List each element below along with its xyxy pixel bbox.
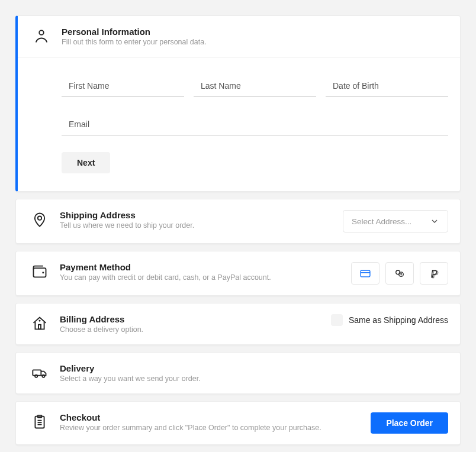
form-row <box>62 75 448 97</box>
panel-header: Checkout Review your order summary and c… <box>16 402 460 444</box>
chevron-down-icon <box>430 217 439 226</box>
email-field <box>62 114 448 135</box>
select-placeholder: Select Address... <box>352 217 411 226</box>
panel-subtitle: Select a way you want we send your order… <box>60 374 448 383</box>
panel-aside: Same as Shipping Address <box>331 314 448 326</box>
panel-header: Payment Method You can pay with credit o… <box>16 251 460 295</box>
dob-field <box>326 75 448 97</box>
user-icon <box>30 27 53 44</box>
panel-title: Delivery <box>60 363 448 373</box>
panel-subtitle: Choose a delivery option. <box>60 325 331 334</box>
payment-option-card[interactable] <box>351 262 379 285</box>
panel-header: Personal Information Fill out this form … <box>18 16 460 57</box>
panel-title-block: Delivery Select a way you want we send y… <box>60 363 448 383</box>
wallet-icon <box>28 262 52 280</box>
svg-rect-4 <box>361 270 370 277</box>
svg-point-0 <box>39 30 43 34</box>
svg-point-3 <box>42 272 44 273</box>
same-as-shipping-checkbox[interactable]: Same as Shipping Address <box>331 314 448 326</box>
form-actions: Next <box>62 152 448 173</box>
panel-subtitle: You can pay with credit or debit card, c… <box>60 273 351 282</box>
paypal-icon <box>428 267 440 279</box>
payment-options <box>351 262 448 285</box>
truck-icon <box>28 363 52 381</box>
payment-option-cash[interactable] <box>385 262 414 285</box>
panel-personal-info: Personal Information Fill out this form … <box>15 15 461 192</box>
last-name-field <box>194 75 316 97</box>
first-name-field <box>62 75 184 97</box>
checkbox-label: Same as Shipping Address <box>349 315 448 325</box>
panel-delivery[interactable]: Delivery Select a way you want we send y… <box>15 352 461 394</box>
panel-title-block: Billing Address Choose a delivery option… <box>60 314 331 334</box>
panel-title: Payment Method <box>60 262 351 272</box>
panel-aside: Place Order <box>371 412 448 434</box>
email-input[interactable] <box>62 114 448 135</box>
last-name-input[interactable] <box>194 75 316 97</box>
next-button[interactable]: Next <box>62 152 110 173</box>
dob-input[interactable] <box>326 75 448 97</box>
address-select[interactable]: Select Address... <box>343 210 448 233</box>
checkbox-box <box>331 314 343 326</box>
first-name-input[interactable] <box>62 75 184 97</box>
panel-title-block: Payment Method You can pay with credit o… <box>60 262 351 282</box>
svg-point-13 <box>42 375 44 377</box>
panel-title-block: Checkout Review your order summary and c… <box>60 412 371 432</box>
panel-title-block: Personal Information Fill out this form … <box>62 27 448 46</box>
panel-title: Checkout <box>60 412 371 422</box>
form-row <box>62 114 448 135</box>
location-pin-icon <box>28 210 52 228</box>
panel-checkout[interactable]: Checkout Review your order summary and c… <box>15 401 461 445</box>
panel-title: Billing Address <box>60 314 331 324</box>
panel-payment[interactable]: Payment Method You can pay with credit o… <box>15 251 461 296</box>
svg-rect-8 <box>38 325 41 330</box>
svg-point-1 <box>38 217 41 220</box>
panel-title: Shipping Address <box>60 210 343 220</box>
panel-header: Delivery Select a way you want we send y… <box>16 353 460 393</box>
panel-header: Billing Address Choose a delivery option… <box>16 304 460 344</box>
panel-title-block: Shipping Address Tell us where we need t… <box>60 210 343 230</box>
panel-shipping[interactable]: Shipping Address Tell us where we need t… <box>15 199 461 244</box>
place-order-button[interactable]: Place Order <box>371 412 448 434</box>
panel-billing[interactable]: Billing Address Choose a delivery option… <box>15 303 461 345</box>
panel-subtitle: Fill out this form to enter your persona… <box>62 38 448 46</box>
panel-subtitle: Tell us where we need to ship your order… <box>60 221 343 230</box>
svg-point-12 <box>35 375 37 377</box>
panel-title: Personal Information <box>62 27 448 37</box>
cash-icon <box>394 267 406 279</box>
house-icon <box>28 314 52 332</box>
panel-body: Next <box>18 57 460 191</box>
credit-card-icon <box>359 267 371 279</box>
payment-option-paypal[interactable] <box>420 262 448 285</box>
panel-aside: Select Address... <box>343 210 448 233</box>
panel-header: Shipping Address Tell us where we need t… <box>16 199 460 243</box>
clipboard-icon <box>28 412 52 430</box>
panel-subtitle: Review your order summary and click "Pla… <box>60 424 371 432</box>
